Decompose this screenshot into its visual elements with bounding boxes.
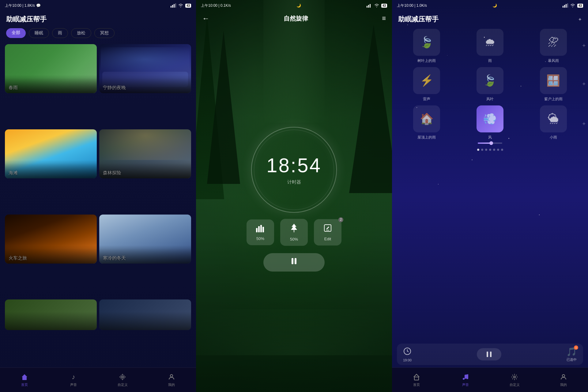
home-icon-3 (412, 373, 421, 381)
grid-item-partial1[interactable] (5, 299, 97, 330)
nav-home-1[interactable]: 首页 (15, 373, 34, 387)
sound-grid-1: 春雨 宁静的夜晚 海滩 森林探险 火车之旅 寒冷的冬天 (0, 40, 196, 367)
plus-right-3: + (582, 121, 586, 127)
sound-item-roof-rain[interactable]: 🏠 屋顶上的雨 (397, 105, 457, 144)
nav-label-home-3: 首页 (413, 382, 420, 387)
nav-profile-1[interactable]: 我的 (162, 373, 181, 387)
grid-item-partial2[interactable] (99, 299, 191, 330)
wind-volume-track[interactable] (478, 143, 502, 144)
svg-rect-20 (567, 3, 568, 8)
grid-label-winter: 寒冷的冬天 (103, 255, 126, 261)
sound-item-wind-leaf[interactable]: 🍃 风叶 (460, 67, 520, 102)
grid-item-forest[interactable]: 森林探险 (99, 129, 191, 178)
sound-item-window-rain[interactable]: 🪟 窗户上的雨 + (523, 67, 583, 102)
menu-button[interactable]: ≡ (382, 14, 386, 22)
edit-btn[interactable]: 2 Edit (314, 219, 341, 245)
sound-box-thunder: ⚡ (413, 67, 440, 94)
sound-grid-3: 🍃 树叶上的雨 🌧 雨 ⛈ 暴风雨 + ⚡ (392, 26, 588, 146)
grid-label-spring: 春雨 (9, 85, 18, 91)
equalizer-btn[interactable]: 50% (247, 219, 274, 245)
status-left-1: 上午10:00 | 1.8K/s 💬 (5, 3, 41, 8)
grid-item-train[interactable]: 火车之旅 (5, 215, 97, 264)
app-header-1: 助眠减压帮手 全部 睡眠 雨 放松 冥想 (0, 11, 196, 40)
svg-point-27 (514, 376, 515, 378)
nav-custom-1[interactable]: 自定义 (113, 373, 132, 387)
thunder-icon: ⚡ (420, 74, 434, 87)
filter-tab-sleep[interactable]: 睡眠 (29, 28, 49, 38)
svg-rect-23 (490, 352, 492, 357)
sound-item-storm[interactable]: ⛈ 暴风雨 + (523, 29, 583, 63)
timer-button-3[interactable]: 19:00 (403, 347, 412, 362)
home-icon-1 (20, 373, 29, 381)
battery-3: 43 (577, 4, 583, 8)
svg-rect-11 (258, 226, 260, 232)
dot-5[interactable] (493, 149, 495, 151)
dot-6[interactable] (497, 149, 499, 151)
svg-point-5 (122, 376, 123, 378)
svg-rect-2 (174, 4, 175, 8)
sound-item-wind[interactable]: 💨 风 (460, 105, 520, 144)
timer-label: 计时器 (287, 179, 301, 185)
nav-home-3[interactable]: 首页 (407, 373, 426, 387)
p3-moon-icon: 🌙 (492, 3, 497, 8)
grid-label-beach: 海滩 (9, 170, 18, 176)
wind-icon: 💨 (483, 112, 497, 125)
filter-tab-relax[interactable]: 放松 (71, 28, 91, 38)
selected-label: 已选中 (567, 357, 577, 362)
filter-tab-rain[interactable]: 雨 (52, 28, 68, 38)
grid-item-winter[interactable]: 寒冷的冬天 (99, 215, 191, 264)
back-button[interactable]: ← (202, 14, 209, 23)
svg-point-26 (466, 377, 468, 379)
sound-item-rain[interactable]: 🌧 雨 (460, 29, 520, 63)
sound-item-thunder[interactable]: ⚡ 雷声 (397, 67, 457, 102)
dot-7[interactable] (501, 149, 503, 151)
wind-volume-thumb[interactable] (489, 141, 493, 145)
selected-button[interactable]: 🎵 1 已选中 (566, 347, 577, 362)
grid-item-spring[interactable]: 春雨 (5, 44, 97, 93)
svg-rect-12 (260, 225, 262, 232)
nav-label-profile-1: 我的 (168, 382, 175, 387)
app-title-1: 助眠减压帮手 (6, 15, 190, 24)
nav-label-profile-3: 我的 (560, 382, 567, 387)
rain-icon: 🌧 (484, 36, 496, 49)
sound-item-light-rain[interactable]: 🌦 小雨 + (523, 105, 583, 144)
dot-2[interactable] (481, 149, 483, 151)
play-pause-mini-button[interactable] (477, 348, 501, 360)
play-pause-button[interactable] (263, 253, 325, 272)
tree-btn[interactable]: 50% (280, 219, 308, 246)
signal-icon-3 (563, 3, 568, 8)
filter-tab-all[interactable]: 全部 (6, 28, 26, 38)
player-nav: ← 自然旋律 ≡ (196, 11, 392, 26)
dot-1[interactable] (477, 149, 479, 151)
profile-icon-3 (559, 373, 568, 381)
nav-profile-3[interactable]: 我的 (554, 373, 573, 387)
grid-item-beach[interactable]: 海滩 (5, 129, 97, 178)
svg-point-25 (463, 378, 465, 380)
p2-status-time: 上午10:00 | 0.1K/s (201, 3, 231, 8)
nav-custom-3[interactable]: 自定义 (505, 373, 524, 387)
dot-3[interactable] (485, 149, 487, 151)
panel-player: 上午10:00 | 0.1K/s 🌙 43 ← 自然旋律 ≡ 18:54 计时器 (196, 0, 392, 392)
svg-rect-4 (22, 377, 27, 380)
dot-4[interactable] (489, 149, 491, 151)
sound-label-leaf-rain: 树叶上的雨 (417, 58, 436, 63)
timer-time-label: 19:00 (403, 358, 412, 362)
sound-item-leaf-rain[interactable]: 🍃 树叶上的雨 (397, 29, 457, 63)
tree-value: 50% (290, 237, 298, 242)
grid-label-forest: 森林探险 (103, 170, 121, 176)
grid-item-night[interactable]: 宁静的夜晚 (99, 44, 191, 93)
pause-mini-icon (485, 351, 493, 358)
nav-music-1[interactable]: ♪ 声音 (64, 373, 83, 387)
leaf-rain-icon: 🍃 (420, 36, 434, 49)
clock-icon (403, 347, 412, 358)
filter-tab-meditate[interactable]: 冥想 (94, 28, 115, 38)
battery-1: 43 (185, 4, 191, 8)
wifi-icon-3 (570, 3, 575, 8)
plus-right-1: + (582, 43, 586, 49)
panel-home: 上午10:00 | 1.8K/s 💬 43 助眠减压帮手 全部 睡眠 雨 放松 … (0, 0, 196, 392)
sound-box-wind: 💨 (477, 105, 503, 132)
svg-rect-15 (292, 258, 293, 264)
edit-value: Edit (324, 237, 331, 241)
p3-status-bar: 上午10:00 | 1.0K/s 🌙 43 (392, 0, 588, 11)
nav-music-3[interactable]: 声音 (456, 373, 475, 387)
